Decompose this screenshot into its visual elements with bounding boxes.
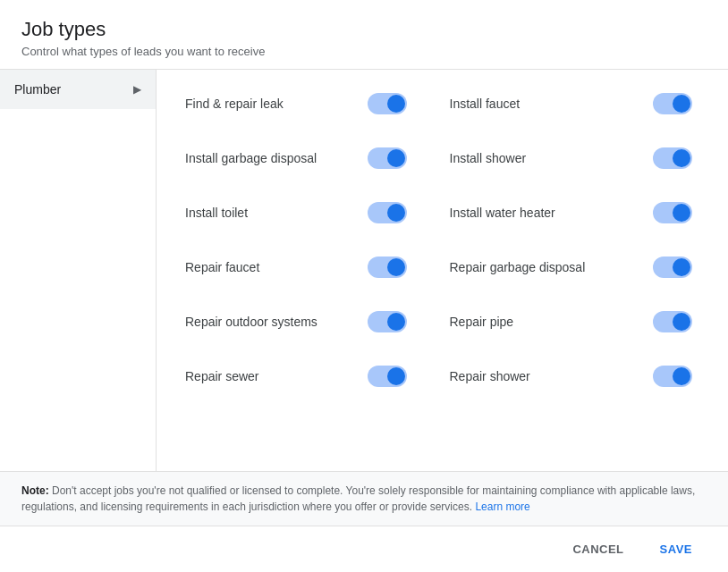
toggle-switch[interactable]: [368, 147, 407, 169]
job-label: Install shower: [450, 151, 527, 165]
job-list: Find & repair leakInstall faucetInstall …: [157, 70, 728, 471]
toggle-switch[interactable]: [368, 366, 407, 387]
job-label: Install toilet: [185, 206, 248, 220]
job-label: Repair faucet: [185, 260, 259, 274]
toggle-switch[interactable]: [653, 257, 692, 278]
page-subtitle: Control what types of leads you want to …: [21, 45, 707, 58]
toggle-switch[interactable]: [368, 93, 407, 114]
page-container: Job types Control what types of leads yo…: [0, 0, 728, 572]
job-item: Install garbage disposal: [178, 131, 443, 186]
job-label: Repair shower: [450, 369, 530, 383]
job-grid: Find & repair leakInstall faucetInstall …: [178, 77, 707, 404]
job-item: Install water heater: [443, 186, 707, 240]
page-header: Job types Control what types of leads yo…: [0, 0, 728, 69]
save-button[interactable]: SAVE: [646, 535, 707, 563]
page-title: Job types: [21, 18, 707, 41]
sidebar: Plumber ▶: [0, 70, 157, 471]
toggle-switch[interactable]: [653, 311, 692, 332]
job-item: Install toilet: [178, 186, 443, 240]
toggle-switch[interactable]: [368, 202, 407, 223]
toggle-switch[interactable]: [653, 202, 692, 223]
toggle-switch[interactable]: [653, 147, 692, 169]
job-item: Install faucet: [443, 77, 707, 131]
job-item: Repair sewer: [178, 349, 443, 404]
job-label: Find & repair leak: [185, 97, 284, 111]
action-bar: CANCEL SAVE: [0, 526, 728, 572]
toggle-switch[interactable]: [653, 93, 692, 114]
toggle-switch[interactable]: [368, 311, 407, 332]
job-item: Repair garbage disposal: [443, 240, 707, 295]
learn-more-link[interactable]: Learn more: [475, 500, 529, 513]
job-label: Repair garbage disposal: [450, 260, 586, 274]
job-label: Repair pipe: [450, 315, 514, 329]
job-item: Repair shower: [443, 349, 707, 404]
cancel-button[interactable]: CANCEL: [558, 535, 638, 563]
toggle-switch[interactable]: [368, 257, 407, 278]
note-label: Note:: [21, 484, 49, 497]
job-item: Find & repair leak: [178, 77, 443, 131]
job-label: Repair outdoor systems: [185, 315, 317, 329]
toggle-switch[interactable]: [653, 366, 692, 387]
content-area: Plumber ▶ Find & repair leakInstall fauc…: [0, 70, 728, 471]
job-item: Repair faucet: [178, 240, 443, 295]
sidebar-item-label: Plumber: [14, 82, 61, 97]
footer-note: Note: Don't accept jobs you're not quali…: [0, 471, 728, 526]
job-item: Repair pipe: [443, 295, 707, 349]
job-label: Install water heater: [450, 206, 555, 220]
chevron-right-icon: ▶: [133, 83, 141, 96]
job-item: Repair outdoor systems: [178, 295, 443, 349]
job-label: Repair sewer: [185, 369, 258, 383]
job-label: Install garbage disposal: [185, 151, 317, 165]
job-label: Install faucet: [450, 97, 521, 111]
note-text: Don't accept jobs you're not qualified o…: [21, 484, 695, 513]
job-item: Install shower: [443, 131, 707, 186]
sidebar-item-plumber[interactable]: Plumber ▶: [0, 70, 156, 109]
